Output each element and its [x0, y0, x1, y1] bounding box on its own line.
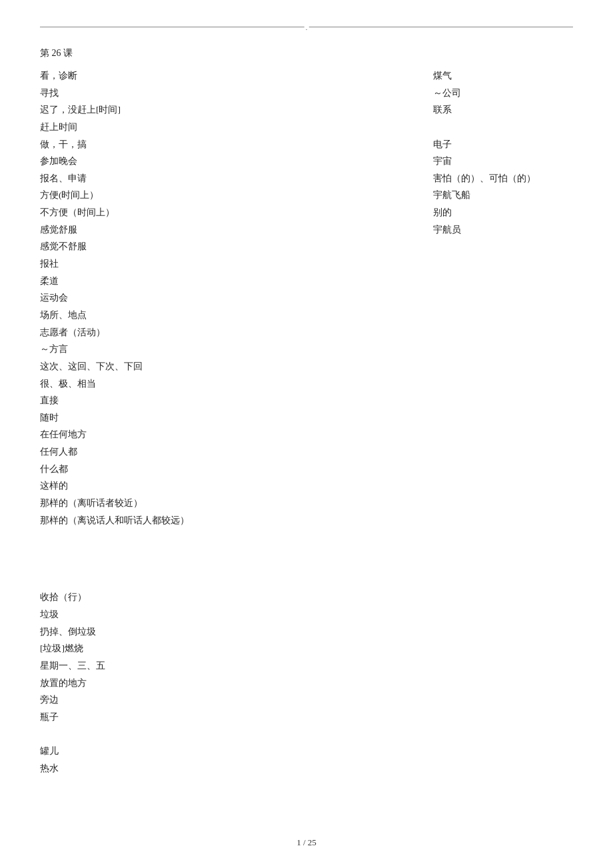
section-divider: [40, 529, 573, 582]
section2-vocab-item: 瓶子: [40, 709, 573, 726]
right-vocab-item: 宇航飞船: [433, 187, 573, 204]
section2: 收拾（行）垃圾扔掉、倒垃圾[垃圾]燃烧星期一、三、五放置的地方旁边瓶子 罐儿热水: [40, 589, 573, 777]
left-vocab-item: 报名、申请: [40, 170, 413, 187]
left-vocab-item: 迟了，没赶上[时间]: [40, 101, 413, 119]
right-vocab-item: 煤气: [433, 67, 573, 85]
section2-vocab-item: 放置的地方: [40, 675, 573, 692]
top-dot: .: [305, 24, 309, 31]
left-vocab-item: 赶上时间: [40, 119, 413, 136]
left-vocab-item: 方便(时间上）: [40, 187, 413, 204]
section2-vocab-item: [垃圾]燃烧: [40, 640, 573, 657]
right-vocab-item: 宇宙: [433, 153, 573, 170]
left-vocab-item: 不方便（时间上）: [40, 204, 413, 221]
left-vocab-item: 志愿者（活动）: [40, 324, 413, 341]
section2-vocab-item: 热水: [40, 760, 573, 777]
right-vocab-item: 联系: [433, 101, 573, 119]
section2-vocab-item: 旁边: [40, 691, 573, 709]
section2-vocab-item: 星期一、三、五: [40, 657, 573, 675]
right-vocab-item: 电子: [433, 136, 573, 153]
left-vocab-item: 寻找: [40, 85, 413, 102]
left-vocab-item: 参加晚会: [40, 153, 413, 170]
left-vocab-item: 很、极、相当: [40, 375, 413, 393]
left-vocab-item: 报社: [40, 255, 413, 273]
left-vocab-item: 那样的（离听话者较近）: [40, 495, 413, 512]
left-vocab-item: 运动会: [40, 289, 413, 307]
section2-vocab-item: 罐儿: [40, 743, 573, 760]
top-border: .: [40, 27, 573, 27]
right-column: 煤气～公司联系 电子宇宙害怕（的）、可怕（的）宇航飞船别的宇航员: [426, 67, 573, 529]
left-vocab-item: 这样的: [40, 477, 413, 495]
right-vocab-item: 害怕（的）、可怕（的）: [433, 170, 573, 187]
left-vocab-item: 场所、地点: [40, 307, 413, 324]
page-container: . 第 26 课 看，诊断寻找迟了，没赶上[时间]赶上时间做，干，搞参加晚会报名…: [0, 0, 613, 868]
left-vocab-item: 什么都: [40, 461, 413, 478]
section2-vocab-item: 收拾（行）: [40, 589, 573, 606]
left-column: 看，诊断寻找迟了，没赶上[时间]赶上时间做，干，搞参加晚会报名、申请方便(时间上…: [40, 67, 426, 529]
right-vocab-item: [433, 119, 573, 136]
left-vocab-item: ～方言: [40, 341, 413, 358]
left-vocab-item: 看，诊断: [40, 67, 413, 85]
left-vocab-item: 做，干，搞: [40, 136, 413, 153]
left-vocab-item: 那样的（离说话人和听话人都较远）: [40, 512, 413, 529]
left-vocab-item: 这次、这回、下次、下回: [40, 358, 413, 375]
left-vocab-item: 在任何地方: [40, 426, 413, 443]
right-vocab-item: ～公司: [433, 85, 573, 102]
right-vocab-item: 宇航员: [433, 221, 573, 239]
section2-vocab-item: 垃圾: [40, 606, 573, 623]
lesson-title: 第 26 课: [40, 47, 573, 59]
left-vocab-item: 随时: [40, 409, 413, 427]
left-vocab-item: 任何人都: [40, 443, 413, 461]
left-vocab-item: 柔道: [40, 273, 413, 290]
left-vocab-item: 感觉舒服: [40, 221, 413, 239]
right-vocab-item: 别的: [433, 204, 573, 221]
left-vocab-item: 感觉不舒服: [40, 238, 413, 255]
content-area: 看，诊断寻找迟了，没赶上[时间]赶上时间做，干，搞参加晚会报名、申请方便(时间上…: [40, 67, 573, 529]
section2-vocab-item: 扔掉、倒垃圾: [40, 623, 573, 641]
page-footer: 1 / 25: [297, 837, 316, 848]
left-vocab-item: 直接: [40, 392, 413, 409]
section2-vocab-item: [40, 725, 573, 743]
